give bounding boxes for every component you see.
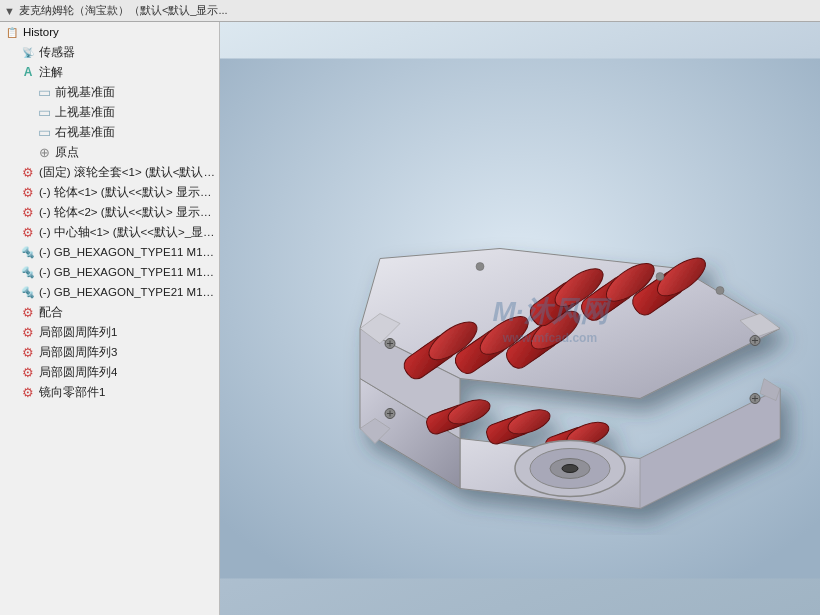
sidebar-item-roller-asm[interactable]: ⚙ (固定) 滚轮全套<1> (默认<默认_显... [0,162,219,182]
right-plane-icon: ▭ [36,124,52,140]
sidebar-item-top-plane[interactable]: ▭ 上视基准面 [0,102,219,122]
wheel1-label: (-) 轮体<1> (默认<<默认> 显示状... [39,185,215,200]
sidebar: 📋 History 📡 传感器 A 注解 [0,22,220,615]
axle-icon: ⚙ [20,224,36,240]
svg-point-53 [476,263,484,271]
sidebar-item-axle[interactable]: ⚙ (-) 中心轴<1> (默认<<默认>_显示... [0,222,219,242]
sensor-icon: 📡 [20,44,36,60]
main-area: 📋 History 📡 传感器 A 注解 [0,22,820,615]
mate-label: 配合 [39,305,63,320]
sidebar-item-sensor[interactable]: 📡 传感器 [0,42,219,62]
mirror-icon: ⚙ [20,384,36,400]
roller-asm-label: (固定) 滚轮全套<1> (默认<默认_显... [39,165,215,180]
sidebar-item-history[interactable]: 📋 History [0,22,219,42]
sidebar-item-mirror[interactable]: ⚙ 镜向零部件1 [0,382,219,402]
history-label: History [23,26,59,38]
sidebar-item-pattern4[interactable]: ⚙ 局部圆周阵列4 [0,362,219,382]
pattern4-icon: ⚙ [20,364,36,380]
model-3d [220,22,820,615]
history-icon: 📋 [4,24,20,40]
top-bar: ▼ 麦克纳姆轮（淘宝款）（默认<默认_显示... [0,0,820,22]
sidebar-item-origin[interactable]: ⊕ 原点 [0,142,219,162]
app-container: ▼ 麦克纳姆轮（淘宝款）（默认<默认_显示... 📋 History 📡 传感器 [0,0,820,615]
front-plane-icon: ▭ [36,84,52,100]
sidebar-item-pattern1[interactable]: ⚙ 局部圆周阵列1 [0,322,219,342]
sidebar-item-right-plane[interactable]: ▭ 右视基准面 [0,122,219,142]
bolt3-label: (-) GB_HEXAGON_TYPE21 M10X8... [39,286,215,298]
sidebar-item-wheel2[interactable]: ⚙ (-) 轮体<2> (默认<<默认> 显示状... [0,202,219,222]
sidebar-tree: 📋 History 📡 传感器 A 注解 [0,22,219,615]
top-plane-icon: ▭ [36,104,52,120]
wheel2-label: (-) 轮体<2> (默认<<默认> 显示状... [39,205,215,220]
wheel1-icon: ⚙ [20,184,36,200]
sensor-label: 传感器 [39,45,75,60]
pattern3-icon: ⚙ [20,344,36,360]
filter-icon[interactable]: ▼ [4,5,15,17]
top-bar-title: 麦克纳姆轮（淘宝款）（默认<默认_显示... [19,3,228,18]
bolt1-label: (-) GB_HEXAGON_TYPE11 M10X1-... [39,246,215,258]
bolt2-label: (-) GB_HEXAGON_TYPE11 M10X1-... [39,266,215,278]
sidebar-item-bolt2[interactable]: 🔩 (-) GB_HEXAGON_TYPE11 M10X1-... [0,262,219,282]
sidebar-item-bolt3[interactable]: 🔩 (-) GB_HEXAGON_TYPE21 M10X8... [0,282,219,302]
pattern3-label: 局部圆周阵列3 [39,345,117,360]
right-plane-label: 右视基准面 [55,125,115,140]
sidebar-item-bolt1[interactable]: 🔩 (-) GB_HEXAGON_TYPE11 M10X1-... [0,242,219,262]
svg-point-54 [656,273,664,281]
annotation-icon: A [20,64,36,80]
mate-icon: ⚙ [20,304,36,320]
annotation-label: 注解 [39,65,63,80]
axle-label: (-) 中心轴<1> (默认<<默认>_显示... [39,225,215,240]
sidebar-item-pattern3[interactable]: ⚙ 局部圆周阵列3 [0,342,219,362]
bolt3-icon: 🔩 [20,284,36,300]
pattern1-label: 局部圆周阵列1 [39,325,117,340]
sidebar-item-front-plane[interactable]: ▭ 前视基准面 [0,82,219,102]
front-plane-label: 前视基准面 [55,85,115,100]
svg-point-55 [716,287,724,295]
pattern1-icon: ⚙ [20,324,36,340]
origin-icon: ⊕ [36,144,52,160]
sidebar-item-annotation[interactable]: A 注解 [0,62,219,82]
mirror-label: 镜向零部件1 [39,385,105,400]
wheel2-icon: ⚙ [20,204,36,220]
svg-point-52 [562,465,578,473]
sidebar-item-wheel1[interactable]: ⚙ (-) 轮体<1> (默认<<默认> 显示状... [0,182,219,202]
viewport[interactable]: M·沐风网 www.mfcad.com [220,22,820,615]
sidebar-item-mate[interactable]: ⚙ 配合 [0,302,219,322]
bolt2-icon: 🔩 [20,264,36,280]
top-plane-label: 上视基准面 [55,105,115,120]
bolt1-icon: 🔩 [20,244,36,260]
origin-label: 原点 [55,145,79,160]
roller-asm-icon: ⚙ [20,164,36,180]
pattern4-label: 局部圆周阵列4 [39,365,117,380]
